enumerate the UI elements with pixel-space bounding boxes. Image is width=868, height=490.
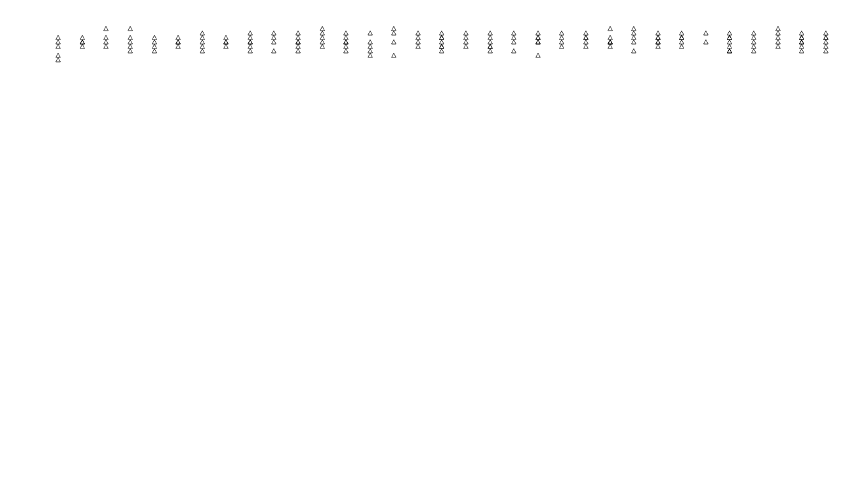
scatter-chart (51, 29, 842, 475)
